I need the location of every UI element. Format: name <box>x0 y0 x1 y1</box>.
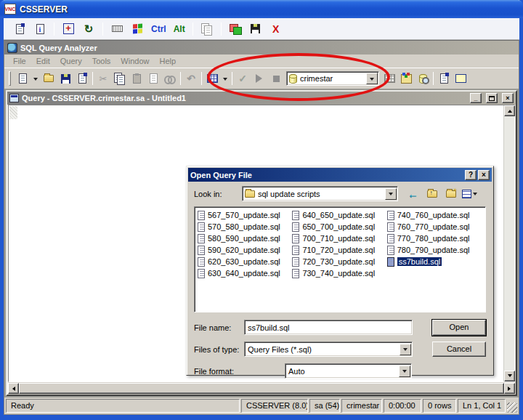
file-item[interactable]: 580_590_update.sql <box>196 233 289 244</box>
menu-tools[interactable]: Tools <box>88 55 115 67</box>
files-of-type-select[interactable]: Query Files (*.sql) <box>244 342 413 357</box>
execute-mode-button[interactable] <box>204 70 220 86</box>
connection-info-button[interactable] <box>31 21 49 37</box>
file-format-select[interactable]: Auto <box>285 363 412 379</box>
file-item[interactable]: 780_790_update.sql <box>386 244 484 256</box>
scroll-down-button[interactable] <box>504 371 515 381</box>
display-plan-button[interactable] <box>381 70 397 86</box>
current-connection-properties-button[interactable] <box>436 70 452 86</box>
sqa-titlebar[interactable]: SQL Query Analyzer <box>4 41 519 54</box>
open-file-button[interactable] <box>41 70 57 86</box>
menu-edit[interactable]: Edit <box>32 55 54 67</box>
new-query-button[interactable] <box>15 70 31 86</box>
file-item[interactable]: 630_640_update.sql <box>196 267 289 279</box>
file-transfer-button[interactable] <box>227 21 244 37</box>
menu-query[interactable]: Query <box>56 55 86 67</box>
execute-query-button[interactable] <box>251 70 267 86</box>
menu-window[interactable]: Window <box>116 55 153 67</box>
file-item[interactable]: 640_650_update.sql <box>291 209 384 221</box>
save-connection-button[interactable] <box>247 21 264 37</box>
look-in-combobox[interactable]: sql update scripts <box>242 186 398 201</box>
menu-file[interactable]: File <box>9 55 31 67</box>
disconnect-button[interactable]: X <box>267 21 285 37</box>
open-button[interactable]: Open <box>432 320 486 336</box>
scrollbar-thumb[interactable] <box>19 383 504 394</box>
file-item[interactable]: 710_720_update.sql <box>291 244 384 256</box>
sqa-menubar: File Edit Query Tools Window Help <box>4 54 519 68</box>
dialog-form: File name: Open Files of type: Query Fil… <box>194 320 486 379</box>
clear-window-button[interactable] <box>145 70 161 86</box>
database-combo-dropdown[interactable] <box>366 73 378 84</box>
connection-options-icon <box>16 24 24 34</box>
scroll-up-button[interactable] <box>504 105 515 116</box>
file-item[interactable]: 620_630_update.sql <box>196 256 289 267</box>
look-in-value: sql update scripts <box>258 190 382 198</box>
object-search-button[interactable] <box>415 70 431 86</box>
find-button[interactable] <box>162 70 178 86</box>
file-item[interactable]: 720_730_update.sql <box>291 256 384 267</box>
vnc-titlebar[interactable]: VNC CSSERVER <box>0 0 523 18</box>
send-start-menu-button[interactable] <box>129 21 146 37</box>
files-of-type-dropdown[interactable] <box>400 344 411 355</box>
view-menu-icon <box>462 190 471 198</box>
scroll-right-button[interactable] <box>504 383 515 394</box>
toolbar-grip[interactable] <box>9 71 11 86</box>
file-item-selected[interactable]: ss7build.sql <box>386 256 484 267</box>
file-name: ss7build.sql <box>397 257 442 266</box>
insert-template-button[interactable] <box>74 70 90 86</box>
save-button[interactable] <box>57 70 73 86</box>
sql-file-icon <box>292 246 299 255</box>
horizontal-scrollbar[interactable] <box>8 383 515 394</box>
sql-file-icon <box>292 257 299 267</box>
menu-help[interactable]: Help <box>155 55 180 67</box>
paste-button[interactable] <box>129 70 145 86</box>
new-folder-button[interactable] <box>443 187 458 201</box>
database-combobox[interactable]: crimestar <box>286 71 379 86</box>
fullscreen-button[interactable]: + <box>60 21 77 37</box>
up-one-level-button[interactable] <box>424 187 439 201</box>
cancel-button[interactable]: Cancel <box>432 342 486 357</box>
scroll-left-button[interactable] <box>8 383 19 394</box>
close-button[interactable]: × <box>502 93 514 103</box>
maximize-button[interactable] <box>486 93 498 103</box>
file-format-dropdown[interactable] <box>399 366 410 377</box>
file-item[interactable]: 700_710_update.sql <box>291 233 384 244</box>
cut-button[interactable]: ✂ <box>95 70 111 86</box>
execute-mode-dropdown[interactable] <box>221 70 230 86</box>
connection-options-button[interactable] <box>11 21 28 37</box>
file-item[interactable]: 740_760_update.sql <box>386 209 484 221</box>
look-in-dropdown[interactable] <box>385 188 397 200</box>
copy-button[interactable] <box>112 70 128 86</box>
parse-query-button[interactable]: ✓ <box>235 70 251 86</box>
cancel-query-button[interactable] <box>268 70 284 86</box>
file-item[interactable]: 770_780_update.sql <box>386 233 484 244</box>
dialog-titlebar[interactable]: Open Query File ? × <box>188 168 492 182</box>
file-item[interactable]: 570_580_update.sql <box>196 221 289 233</box>
dialog-close-button[interactable]: × <box>478 170 490 180</box>
vertical-scrollbar[interactable] <box>503 105 514 381</box>
file-name-input[interactable] <box>244 320 413 335</box>
clipboard-copy-button[interactable] <box>198 21 216 37</box>
object-browser-button[interactable] <box>398 70 414 86</box>
ctrl-key-button[interactable]: Ctrl <box>149 24 169 34</box>
view-menu-button[interactable] <box>462 187 477 201</box>
resize-grip[interactable] <box>507 403 517 413</box>
file-item[interactable]: 730_740_update.sql <box>291 267 384 279</box>
file-item[interactable]: 760_770_update.sql <box>386 221 484 233</box>
minimize-button[interactable]: _ <box>470 93 482 103</box>
back-button[interactable]: ← <box>405 187 421 201</box>
refresh-button[interactable]: ↻ <box>80 21 97 37</box>
send-ctrl-alt-del-button[interactable] <box>108 21 126 37</box>
file-item[interactable]: 650_700_update.sql <box>291 221 384 233</box>
dialog-help-button[interactable]: ? <box>465 170 477 180</box>
file-item[interactable]: 590_620_update.sql <box>196 244 289 256</box>
new-query-dropdown[interactable] <box>31 70 40 86</box>
file-item[interactable]: 567_570_update.sql <box>196 209 289 221</box>
show-results-pane-button[interactable] <box>453 70 469 86</box>
file-name: 760_770_update.sql <box>397 222 470 231</box>
diagram-icon <box>384 74 395 83</box>
alt-key-button[interactable]: Alt <box>171 24 187 34</box>
query-titlebar[interactable]: Query - CSSERVER.crimestar.sa - Untitled… <box>7 92 516 105</box>
file-format-value: Auto <box>288 367 399 376</box>
undo-button[interactable]: ↶ <box>183 70 199 86</box>
